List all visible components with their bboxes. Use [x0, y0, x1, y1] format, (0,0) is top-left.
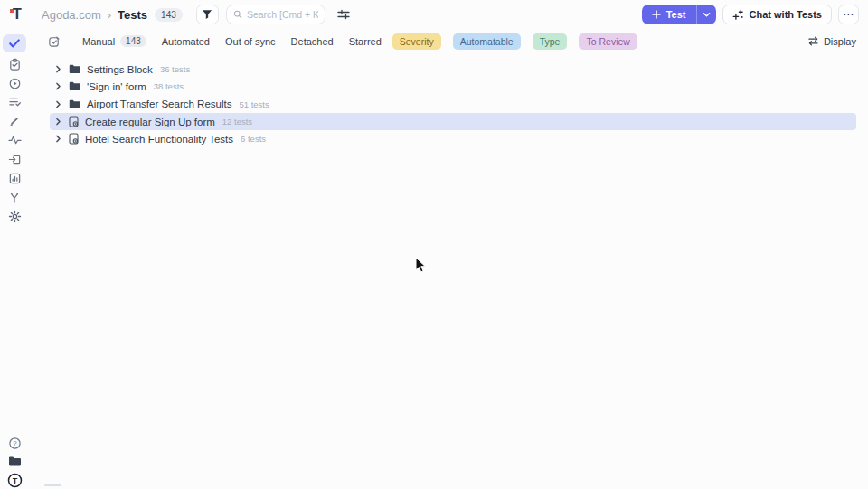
sidebar-item-checklists[interactable]: [3, 95, 26, 109]
filter-tab-count: 143: [120, 35, 146, 47]
filter-badges: SeverityAutomatableTypeTo Review: [392, 33, 637, 50]
expand-chevron-icon[interactable]: [54, 65, 62, 73]
create-test-split-button: Test: [642, 5, 716, 24]
search-settings-icon[interactable]: [337, 9, 350, 20]
settings-gear-icon: [8, 210, 22, 223]
folder-icon: [69, 81, 80, 91]
tree-row-sign-in-form[interactable]: 'Sign in' form 38 tests: [50, 78, 856, 95]
expand-chevron-icon[interactable]: [54, 118, 62, 126]
tree-row-settings-block[interactable]: Settings Block 36 tests: [50, 61, 856, 78]
sidebar-item-activity[interactable]: [3, 133, 26, 147]
svg-text:T: T: [12, 476, 17, 485]
page-title: Tests: [118, 8, 147, 22]
row-label: Settings Block: [87, 64, 153, 75]
expand-chevron-icon[interactable]: [54, 82, 62, 90]
chat-with-tests-label: Chat with Tests: [750, 9, 822, 20]
create-test-dropdown[interactable]: [697, 5, 716, 24]
row-label: Create regular Sign Up form: [85, 117, 215, 127]
checklist-icon: [8, 96, 22, 108]
sidebar-item-editor[interactable]: [3, 114, 26, 128]
mouse-cursor: [415, 257, 427, 274]
expand-chevron-icon[interactable]: [54, 100, 62, 108]
sidebar-item-analytics[interactable]: [3, 171, 26, 185]
badge-type[interactable]: Type: [533, 33, 568, 50]
tree-row-hotel-search-functionality-tests[interactable]: Hotel Search Functionality Tests 6 tests: [50, 130, 856, 147]
sidebar: T ?: [0, 0, 29, 489]
row-test-count: 6 tests: [241, 134, 266, 144]
pulse-icon: [8, 135, 22, 146]
bulk-select-icon[interactable]: [48, 35, 61, 48]
filter-tab-label: Starred: [349, 36, 382, 47]
create-test-label: Test: [666, 9, 686, 20]
pen-tool-icon: [8, 115, 21, 127]
chat-with-tests-button[interactable]: Chat with Tests: [722, 5, 832, 24]
tests-check-icon: [8, 38, 21, 49]
display-label: Display: [824, 36, 856, 47]
display-button[interactable]: Display: [807, 36, 856, 47]
branch-icon: [8, 191, 21, 204]
import-inbox-icon: [8, 153, 22, 166]
sidebar-item-import[interactable]: [3, 152, 26, 166]
filter-tab-label: Detached: [291, 36, 334, 47]
search-box[interactable]: [226, 5, 326, 24]
swap-arrows-icon: [807, 36, 819, 46]
filter-tab-detached[interactable]: Detached: [291, 36, 334, 47]
badge-to-review[interactable]: To Review: [579, 33, 637, 50]
filter-button[interactable]: [196, 5, 219, 24]
folder-icon: [69, 99, 80, 109]
more-actions-button[interactable]: ⋯: [838, 5, 859, 24]
sidebar-footer-projects[interactable]: [0, 456, 29, 467]
sidebar-item-branches[interactable]: [3, 190, 26, 204]
row-label: Hotel Search Functionality Tests: [85, 134, 233, 145]
help-circle-icon: ?: [8, 437, 22, 450]
app-logo[interactable]: T: [9, 6, 25, 23]
filter-tab-starred[interactable]: Starred: [349, 36, 382, 47]
row-test-count: 38 tests: [154, 81, 184, 91]
tests-count-badge: 143: [155, 8, 183, 22]
filter-tabs: Manual143AutomatedOut of syncDetachedSta…: [82, 35, 382, 47]
plus-icon: [652, 10, 661, 19]
row-test-count: 51 tests: [239, 99, 269, 109]
filter-bar: Manual143AutomatedOut of syncDetachedSta…: [29, 30, 868, 52]
tree-row-airport-transfer-search-results[interactable]: Airport Transfer Search Results 51 tests: [50, 96, 856, 113]
projects-folder-icon: [8, 456, 22, 467]
profile-avatar[interactable]: T: [0, 473, 29, 488]
badge-automatable[interactable]: Automatable: [453, 33, 521, 50]
row-test-count: 36 tests: [160, 64, 190, 74]
funnel-icon: [202, 9, 212, 20]
ellipsis-icon: ⋯: [843, 8, 854, 21]
horizontal-scrollbar[interactable]: [44, 484, 61, 486]
search-icon: [233, 9, 242, 20]
sidebar-item-test-plans[interactable]: [3, 57, 26, 71]
sidebar-nav: [0, 34, 29, 223]
sidebar-item-tests[interactable]: [3, 34, 26, 52]
top-bar: Agoda.com › Tests 143 Test Chat with Tes…: [29, 0, 868, 29]
test-plans-clipboard-icon: [8, 58, 22, 71]
file-icon: [69, 116, 79, 127]
filter-tab-manual[interactable]: Manual143: [82, 35, 146, 47]
badge-severity[interactable]: Severity: [392, 33, 441, 50]
analytics-chart-icon: [8, 172, 22, 185]
ai-sparkle-icon: [732, 9, 744, 21]
filter-tab-label: Manual: [82, 36, 115, 47]
row-label: 'Sign in' form: [87, 81, 146, 92]
tree-row-create-regular-sign-up-form[interactable]: Create regular Sign Up form 12 tests: [50, 113, 856, 130]
breadcrumb-project[interactable]: Agoda.com: [42, 8, 101, 22]
search-input[interactable]: [247, 9, 318, 20]
expand-chevron-icon[interactable]: [54, 135, 62, 143]
sidebar-item-runs[interactable]: [3, 76, 26, 90]
sidebar-footer-help[interactable]: ?: [0, 437, 29, 450]
folder-icon: [69, 64, 80, 74]
tests-tree: Settings Block 36 tests 'Sign in' form 3…: [50, 61, 856, 147]
svg-text:?: ?: [13, 439, 17, 447]
avatar-circle-icon: T: [7, 473, 23, 488]
chevron-down-icon: [703, 12, 711, 18]
filter-tab-out-of-sync[interactable]: Out of sync: [225, 36, 276, 47]
filter-tab-automated[interactable]: Automated: [162, 36, 210, 47]
logo-letter: T: [9, 6, 25, 23]
breadcrumb-separator: ›: [108, 8, 111, 22]
create-test-button[interactable]: Test: [642, 5, 696, 24]
filter-tab-label: Out of sync: [225, 36, 276, 47]
sidebar-item-settings[interactable]: [3, 209, 26, 223]
filter-tab-label: Automated: [162, 36, 210, 47]
